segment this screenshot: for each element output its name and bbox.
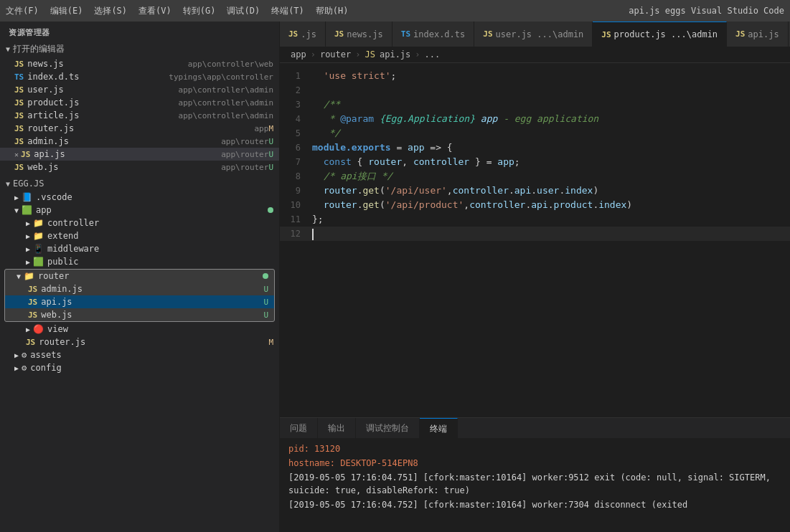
open-file-index[interactable]: TS index.d.ts typings\app\controller (0, 70, 279, 83)
tab-user[interactable]: JS user.js ...\admin (474, 22, 593, 47)
open-editors-chevron: ▼ (6, 45, 10, 53)
file-path: app\controller\web (188, 60, 273, 69)
tree-router-js[interactable]: JS router.js M (0, 336, 279, 348)
folder-name: view (47, 324, 68, 334)
folder-icon: 🟩 (33, 257, 44, 267)
code-line-8: 8 /* api接口 */ (280, 169, 790, 184)
open-file-admin[interactable]: JS admin.js app\router U (0, 135, 279, 148)
tree-controller[interactable]: ▶ 📁 controller (0, 217, 279, 229)
project-label: EGG.JS (13, 179, 44, 189)
js-icon: JS (21, 150, 30, 159)
menu-debug[interactable]: 调试(D) (227, 5, 260, 17)
project-section[interactable]: ▼ EGG.JS (0, 176, 279, 191)
breadcrumb-more[interactable]: ... (425, 49, 441, 60)
code-line-10: 10 router.get('/api/product',controller.… (280, 198, 790, 212)
tree-app[interactable]: ▼ 🟩 app (0, 204, 279, 217)
tree-web-js[interactable]: JS web.js U (5, 308, 274, 321)
folder-name: public (47, 257, 78, 267)
panel-tab-terminal[interactable]: 终端 (420, 418, 458, 438)
line-number: 2 (280, 83, 312, 98)
open-file-api[interactable]: ✕ JS api.js app\router U (0, 148, 279, 161)
sep2: › (355, 49, 360, 60)
open-file-user[interactable]: JS user.js app\controller\admin (0, 83, 279, 96)
code-line-5: 5 */ (280, 126, 790, 141)
tab-api[interactable]: JS api.js (727, 22, 789, 47)
tree-middleware[interactable]: ▶ 📱 middleware (0, 242, 279, 255)
tree-admin-js[interactable]: JS admin.js U (5, 282, 274, 295)
open-file-product[interactable]: JS product.js app\controller\admin (0, 96, 279, 109)
panel-tab-output[interactable]: 输出 (318, 418, 356, 438)
title-bar: 文件(F) 编辑(E) 选择(S) 查看(V) 转到(G) 调试(D) 终端(T… (0, 0, 790, 22)
window-title: api.js eggs Visual Studio Code (629, 6, 784, 16)
line-number: 6 (280, 141, 312, 155)
badge-m: M (268, 124, 273, 133)
tree-public[interactable]: ▶ 🟩 public (0, 255, 279, 268)
file-name: api.js (34, 149, 217, 159)
terminal-line-1: [2019-05-05 17:16:04.751] [cfork:master:… (288, 471, 781, 497)
code-editor[interactable]: 1 'use strict'; 2 3 /** 4 * @param {Egg.… (280, 63, 790, 417)
tab-unnamed[interactable]: JS .js (280, 22, 326, 47)
folder-name: .vscode (36, 192, 72, 202)
line-content: /** (312, 98, 790, 112)
tab-product[interactable]: JS product.js ...\admin (593, 22, 727, 47)
js-icon: JS (14, 124, 24, 133)
breadcrumb-router[interactable]: router (320, 49, 351, 60)
line-number: 3 (280, 98, 312, 112)
breadcrumb-app[interactable]: app (291, 49, 306, 60)
line-content (312, 227, 790, 241)
tree-router[interactable]: ▼ 📁 router (5, 270, 274, 282)
menu-select[interactable]: 选择(S) (94, 5, 127, 17)
file-path: app\controller\admin (179, 111, 273, 120)
menu-file[interactable]: 文件(F) (6, 5, 39, 17)
panel-tab-debug[interactable]: 调试控制台 (356, 418, 420, 438)
menu-goto[interactable]: 转到(G) (183, 5, 216, 17)
tree-assets[interactable]: ▶ ⚙️ assets (0, 348, 279, 361)
menu-terminal[interactable]: 终端(T) (271, 5, 304, 17)
terminal-content[interactable]: pid: 13120 hostname: DESKTOP-514EPN8 [20… (280, 438, 790, 532)
folder-name: app (36, 205, 52, 215)
open-file-web[interactable]: JS web.js app\router U (0, 161, 279, 174)
tree-view[interactable]: ▶ 🔴 view (0, 323, 279, 336)
folder-icon: ⚙️ (22, 363, 27, 373)
open-file-news[interactable]: JS news.js app\controller\web (0, 57, 279, 70)
tree-chevron: ▼ (17, 272, 21, 280)
folder-name: extend (47, 231, 78, 241)
tree-chevron: ▶ (26, 245, 30, 253)
tree-config[interactable]: ▶ ⚙️ config (0, 361, 279, 374)
tree-chevron: ▶ (14, 364, 19, 372)
close-icon[interactable]: ✕ (14, 151, 19, 158)
bottom-panel: 问题 输出 调试控制台 终端 pid: 13120 hostname: DESK… (280, 417, 790, 532)
tree-extend[interactable]: ▶ 📁 extend (0, 229, 279, 242)
code-line-11: 11 }; (280, 212, 790, 227)
dot-badge (268, 207, 273, 213)
badge-u: U (263, 285, 268, 294)
line-number: 5 (280, 126, 312, 141)
file-path: app\controller\admin (179, 85, 273, 95)
file-name: web.js (41, 310, 72, 320)
panel-tab-problems[interactable]: 问题 (280, 418, 318, 438)
js-tab-icon: JS (601, 30, 611, 39)
open-editors-label: 打开的编辑器 (13, 43, 65, 55)
file-name: article.js (27, 110, 174, 120)
open-file-article[interactable]: JS article.js app\controller\admin (0, 109, 279, 122)
breadcrumb-file[interactable]: api.js (380, 49, 410, 60)
menu-view[interactable]: 查看(V) (138, 5, 171, 17)
line-number: 9 (280, 184, 312, 198)
code-line-7: 7 const { router, controller } = app; (280, 155, 790, 169)
sidebar-title: 资源管理器 (0, 22, 279, 41)
breadcrumb-icon: JS (365, 49, 375, 60)
js-icon: JS (14, 98, 24, 108)
tab-index[interactable]: TS index.d.ts (392, 22, 475, 47)
open-file-router[interactable]: JS router.js app M (0, 122, 279, 135)
tree-api-js[interactable]: JS api.js U (5, 295, 274, 308)
file-name: web.js (27, 162, 217, 172)
menu-edit[interactable]: 编辑(E) (50, 5, 83, 17)
folder-name: controller (47, 218, 99, 228)
code-line-6: 6 module.exports = app => { (280, 141, 790, 155)
open-editors-section[interactable]: ▼ 打开的编辑器 (0, 41, 279, 57)
line-number: 11 (280, 212, 312, 227)
tab-news[interactable]: JS news.js (326, 22, 392, 47)
menu-help[interactable]: 帮助(H) (316, 5, 349, 17)
file-path: app\controller\admin (179, 98, 273, 108)
tree-vscode[interactable]: ▶ 📘 .vscode (0, 191, 279, 204)
